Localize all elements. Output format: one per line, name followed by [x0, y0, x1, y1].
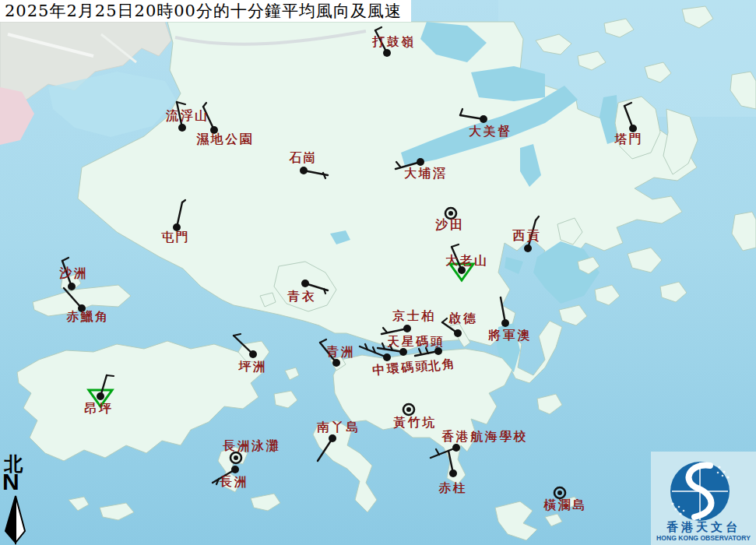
- wind-barb-tick: [419, 349, 421, 354]
- wind-barb-tick: [375, 27, 382, 30]
- station-kings-park: [382, 325, 411, 334]
- wind-barb-tick: [182, 200, 185, 202]
- station-star-ferry: [378, 343, 407, 356]
- station-dot: [452, 444, 460, 452]
- wind-barb-tick: [323, 173, 325, 178]
- station-dot: [97, 392, 104, 400]
- wind-barb-tick: [203, 103, 206, 107]
- station-wetland-park: [203, 103, 218, 134]
- station-tai-mei-tuk: [460, 109, 487, 123]
- wind-barb-shaft: [64, 288, 82, 308]
- station-shek-kong: [300, 167, 328, 178]
- station-tuen-mun: [173, 200, 185, 231]
- station-dot: [399, 348, 407, 356]
- station-dot: [480, 115, 487, 123]
- station-dot: [557, 490, 562, 495]
- station-dot: [449, 469, 457, 477]
- stations-layer: [0, 0, 756, 545]
- station-dot: [301, 280, 309, 287]
- station-dot: [454, 329, 462, 337]
- station-dot: [383, 353, 391, 361]
- station-dot: [300, 167, 308, 174]
- station-dot: [78, 304, 86, 312]
- wind-barb-shaft: [62, 261, 72, 287]
- station-tap-mun: [624, 103, 637, 132]
- station-wong-chuk-hang: [403, 404, 414, 415]
- station-dot: [178, 124, 186, 132]
- map-title: 2025年2月25日20時00分的十分鐘平均風向及風速: [0, 0, 411, 22]
- station-tseung-kwan-o: [501, 297, 509, 327]
- station-dot: [231, 466, 239, 473]
- station-dot: [383, 49, 391, 57]
- wind-barb-shaft: [213, 469, 235, 483]
- station-dot: [629, 125, 637, 132]
- station-sha-tin: [445, 208, 456, 219]
- station-peng-chau: [234, 334, 257, 358]
- wind-barb-shaft: [528, 220, 536, 248]
- station-stanley: [448, 451, 457, 477]
- hko-name-en: HONG KONG OBSERVATORY: [651, 535, 756, 542]
- wind-barb-shaft: [501, 297, 505, 323]
- station-dot: [173, 223, 181, 231]
- station-dot: [332, 359, 340, 367]
- station-dot: [434, 347, 442, 355]
- wind-barb-shaft: [378, 348, 403, 352]
- station-dot: [329, 434, 336, 442]
- wind-barb-tick: [320, 339, 326, 343]
- wind-barb-tick: [62, 258, 69, 261]
- station-dot: [406, 407, 411, 412]
- wind-map: 打鼓嶺流浮山濕地公園石崗大埔滘大美督塔門沙田西貢大老山屯門沙洲赤鱲角青衣青洲京士…: [0, 0, 756, 545]
- station-dot: [234, 455, 238, 460]
- station-ngong-ping: [89, 375, 114, 406]
- station-cheung-chau: [213, 466, 239, 484]
- wind-barb-tick: [383, 328, 387, 332]
- station-central-pier: [360, 344, 391, 361]
- station-chek-lap-kok: [64, 288, 86, 312]
- wind-barb-shaft: [177, 102, 182, 128]
- station-tsing-yi: [301, 280, 328, 294]
- station-ta-kwu-ling: [375, 27, 391, 57]
- station-lau-fau-shan: [177, 102, 186, 132]
- station-lamma-island: [318, 434, 336, 461]
- hko-name-zh: 香港天文台: [651, 522, 756, 533]
- wind-barb-tick: [536, 216, 539, 220]
- station-dot: [448, 211, 453, 216]
- wind-barb-tick: [442, 318, 447, 322]
- wind-barb-shaft: [318, 438, 332, 461]
- station-dot: [501, 319, 509, 327]
- station-sha-chau: [62, 258, 76, 290]
- station-sai-kung: [524, 216, 539, 252]
- wind-barb-tick: [452, 244, 459, 247]
- wind-barb-tick: [234, 334, 241, 336]
- wind-barb-tick: [624, 103, 631, 106]
- station-cheung-chau-beach: [230, 452, 241, 463]
- station-green-island: [320, 339, 340, 367]
- station-hk-sea-school: [431, 444, 460, 458]
- wind-barb-tick: [396, 162, 400, 167]
- station-dot: [417, 158, 424, 166]
- station-dot: [249, 350, 257, 358]
- station-dot: [68, 283, 76, 290]
- station-tai-po-kau: [396, 158, 424, 169]
- north-arrow-icon: [0, 452, 36, 545]
- wind-barb-tick: [460, 109, 462, 115]
- wind-barb-shaft: [320, 343, 336, 363]
- station-dot: [524, 244, 532, 252]
- station-dot: [210, 126, 218, 134]
- station-tates-cairn: [450, 244, 473, 280]
- hko-logo: 香港天文台 HONG KONG OBSERVATORY: [651, 452, 756, 545]
- station-north-point: [415, 347, 442, 356]
- station-dot: [458, 266, 466, 274]
- wind-barb-tick: [436, 449, 439, 455]
- wind-barb-shaft: [431, 448, 456, 458]
- wind-barb-shaft: [234, 336, 253, 354]
- north-compass: 北 N: [0, 452, 36, 545]
- wind-barb-tick: [107, 375, 114, 376]
- station-waglan-island: [554, 487, 565, 498]
- station-kai-tak: [442, 318, 462, 337]
- station-dot: [403, 325, 411, 332]
